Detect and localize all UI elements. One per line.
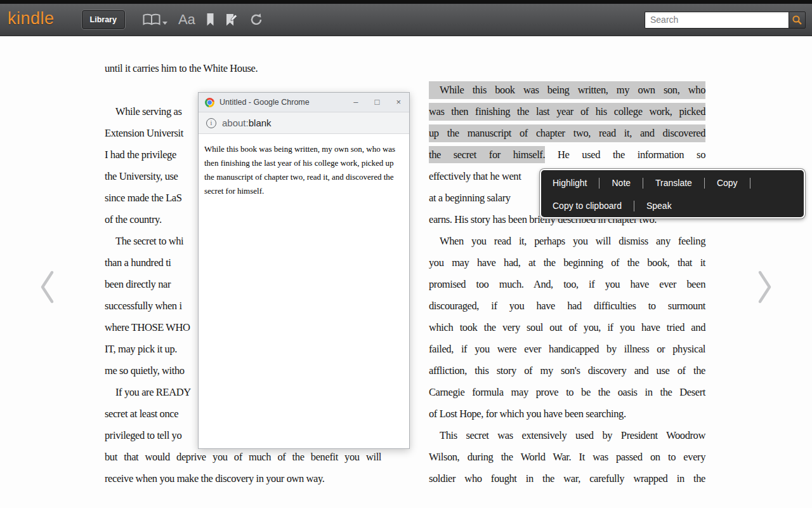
context-menu-row-2: Copy to clipboardSpeak [541,194,804,217]
close-button[interactable]: × [388,93,409,112]
context-menu-row-1: HighlightNoteTranslateCopy [541,171,804,194]
book-text-line: Extension Universit [105,124,183,142]
menu-item-copy[interactable]: Copy [705,178,750,188]
notes-icon[interactable] [225,13,239,27]
book-text-line: The secret to whi [105,232,183,250]
menu-item-translate[interactable]: Translate [643,178,704,188]
book-text: If you are READY [115,386,191,398]
book-text-line: While serving as [105,103,181,121]
bookmark-icon[interactable] [206,13,214,27]
reading-area: until it carries him to the White House.… [0,36,812,508]
book-text-line: was then finishing the last year of his … [429,103,705,121]
book-text: Wilson, during the World War. It was pas… [429,451,705,463]
book-text-line: Wilson, during the World War. It was pas… [429,448,705,466]
book-text-line: affliction, this story of my son's disco… [429,362,705,380]
address-bar[interactable]: i about:blank [199,112,409,134]
book-text-line: been directly nar [105,276,171,293]
table-of-contents-book-icon[interactable] [142,13,167,26]
menu-separator [750,178,750,189]
book-text-line: than a hundred ti [105,254,171,272]
minimize-button[interactable]: – [345,93,366,112]
sync-icon[interactable] [249,13,263,27]
book-text: This secret was extensively used by Pres… [440,429,705,441]
book-text-line: but that would deprive you of much of th… [105,448,381,466]
book-text: discouraged, if you have had difficultie… [429,300,705,312]
library-button[interactable]: Library [81,10,126,30]
book-text-line: promised too much. And, too, if you have… [429,276,705,293]
book-text: the University, use [105,170,178,182]
book-text-line: failed, if you were ever handicapped by … [429,340,705,358]
book-text: of Lost Hope, for which you have been se… [429,408,626,420]
book-text-line: since made the LaS [105,189,182,207]
book-text: Extension Universit [105,127,183,139]
book-text: affliction, this story of my son's disco… [429,364,705,377]
chrome-titlebar[interactable]: Untitled - Google Chrome – □ × [199,93,409,112]
book-text-line: privileged to tell yo [105,427,181,444]
kindle-logo: kindle [8,9,55,29]
book-text: me so quietly, witho [105,364,185,377]
book-text-line: secret at least once [105,405,178,423]
book-text: but that would deprive you of much of th… [105,451,381,463]
search-bar [645,11,806,29]
book-text: which took the very soul out of you, if … [429,321,705,333]
prev-page-button[interactable] [39,270,56,307]
chevron-right-icon [756,270,773,304]
book-text: effectively that he went [429,170,521,182]
book-text: secret at least once [105,408,178,420]
menu-item-copy-to-clipboard[interactable]: Copy to clipboard [550,201,634,211]
page-info-icon[interactable]: i [206,118,216,128]
toolbar: kindle Library Aa [0,4,812,36]
book-text: since made the LaS [105,192,182,204]
book-text-line: you may have had, at the beginning of th… [429,254,705,272]
book-text-line: the University, use [105,168,178,185]
font-settings-icon[interactable]: Aa [178,13,195,27]
toolbar-icons: Aa [142,13,263,27]
search-icon [792,15,802,25]
book-text-line: This secret was extensively used by Pres… [429,427,705,444]
chevron-left-icon [39,270,56,304]
book-text: failed, if you were ever handicapped by … [429,343,705,355]
search-button[interactable] [789,11,806,29]
book-text-line: of Lost Hope, for which you have been se… [429,405,626,423]
book-text-line: up the manuscript of chapter two, read i… [429,124,705,142]
next-page-button[interactable] [756,270,773,307]
book-text: Carnegie formula may prove to be the oas… [429,386,705,398]
right-page: While this book was being written, my ow… [429,36,705,508]
highlighted-text: the secret for himself. [429,146,545,163]
chrome-popup-window[interactable]: Untitled - Google Chrome – □ × i about:b… [198,92,410,449]
menu-item-note[interactable]: Note [599,178,643,188]
book-text-line: which took the very soul out of you, if … [429,319,705,337]
book-text-line: discouraged, if you have had difficultie… [429,297,705,315]
book-text: at a beginning salary [429,192,511,204]
book-text: The secret to whi [115,235,183,247]
book-text: than a hundred ti [105,257,171,269]
book-text-line: me so quietly, witho [105,362,185,380]
book-text: While serving as [115,105,181,117]
window-title: Untitled - Google Chrome [219,98,310,107]
book-text-line: of the country. [105,211,162,229]
menu-item-speak[interactable]: Speak [634,201,684,211]
kindle-app-window: kindle Library Aa [0,0,812,508]
book-text-line: until it carries him to the White House. [105,60,258,77]
book-text: While this book was being written, my ow… [440,84,705,96]
book-text: been directly nar [105,278,171,290]
book-text-line: receive when you make the discovery in y… [105,470,325,488]
book-text-line: Carnegie formula may prove to be the oas… [429,384,705,401]
url-text[interactable]: about:blank [222,117,272,128]
maximize-button[interactable]: □ [367,93,388,112]
menu-item-highlight[interactable]: Highlight [550,178,599,188]
chrome-logo-icon [205,98,214,107]
book-text: I had the privilege [105,149,176,161]
book-text-line: successfully when i [105,297,182,315]
book-text: was then finishing the last year of his … [429,105,705,117]
book-text-line: where THOSE WHO [105,319,190,337]
selection-context-menu: HighlightNoteTranslateCopy Copy to clipb… [540,169,805,218]
search-input[interactable] [645,11,789,29]
book-text: soldier who fought in the war, carefully… [429,472,705,485]
book-text: When you read it, perhaps you will dismi… [440,235,705,247]
book-text-line: effectively that he went [429,168,521,185]
book-text: receive when you make the discovery in y… [105,472,325,485]
book-text: of the country. [105,213,162,225]
book-text-line: If you are READY [105,384,191,401]
book-text-line: the secret for himself. He used the info… [429,146,705,164]
